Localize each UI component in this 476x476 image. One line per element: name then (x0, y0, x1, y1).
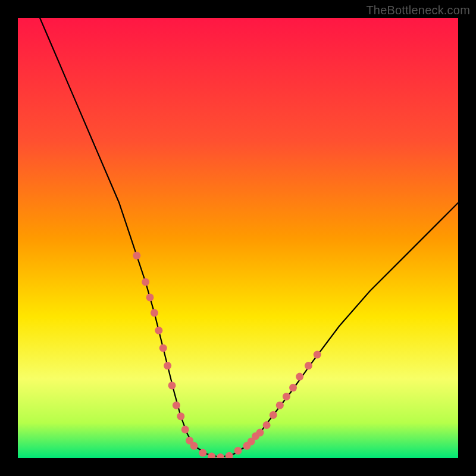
marker-point (181, 425, 189, 433)
marker-point (305, 362, 312, 369)
chart-overlay (18, 18, 458, 458)
marker-point (208, 453, 215, 459)
marker-point (283, 393, 290, 400)
plot-area (18, 18, 458, 458)
marker-point (177, 412, 184, 420)
marker-point (199, 449, 206, 457)
marker-point (146, 293, 154, 301)
marker-point (155, 327, 162, 334)
marker-group (133, 252, 321, 458)
bottleneck-curve (40, 18, 458, 458)
marker-point (151, 309, 158, 317)
marker-point (173, 402, 180, 409)
marker-point (234, 447, 242, 455)
marker-point (164, 362, 171, 369)
marker-point (270, 411, 277, 419)
marker-point (133, 252, 140, 259)
marker-point (263, 421, 271, 429)
marker-point (226, 452, 233, 458)
marker-point (190, 442, 198, 450)
marker-point (142, 278, 149, 286)
marker-point (314, 351, 321, 359)
marker-point (159, 345, 167, 352)
marker-point (256, 429, 264, 437)
marker-point (276, 402, 284, 409)
chart-frame: TheBottleneck.com (0, 0, 476, 476)
watermark-text: TheBottleneck.com (366, 4, 470, 17)
marker-point (289, 384, 297, 392)
marker-point (217, 453, 224, 458)
marker-point (296, 373, 303, 381)
marker-point (168, 381, 176, 389)
